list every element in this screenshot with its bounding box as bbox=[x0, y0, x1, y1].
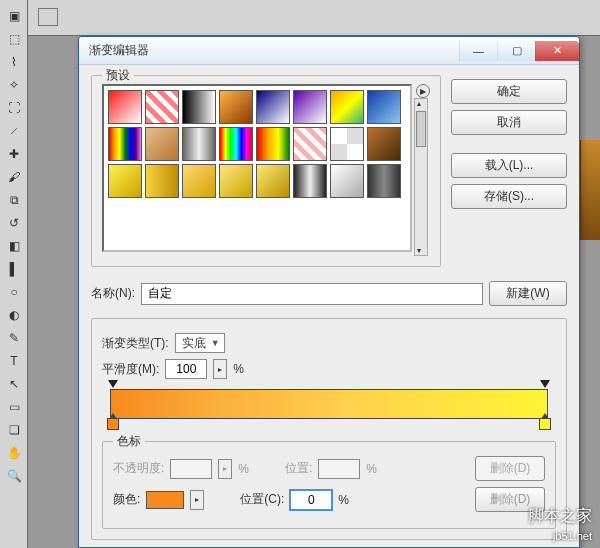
preset-swatch[interactable] bbox=[293, 90, 327, 124]
tool-lasso[interactable]: ⌇ bbox=[2, 51, 26, 73]
gradient-type-label: 渐变类型(T): bbox=[102, 335, 169, 352]
preset-swatch[interactable] bbox=[367, 127, 401, 161]
preset-scrollbar[interactable] bbox=[414, 98, 428, 256]
opacity-input bbox=[170, 459, 212, 479]
opacity-stop-left[interactable] bbox=[108, 380, 118, 390]
tool-history-brush[interactable]: ↺ bbox=[2, 212, 26, 234]
tool-marquee[interactable]: ⬚ bbox=[2, 28, 26, 50]
tool-heal[interactable]: ✚ bbox=[2, 143, 26, 165]
preset-swatch[interactable] bbox=[145, 127, 179, 161]
preset-panel bbox=[102, 84, 412, 252]
smoothness-input[interactable] bbox=[165, 359, 207, 379]
titlebar[interactable]: 渐变编辑器 — ▢ ✕ bbox=[79, 37, 579, 65]
tool-pen[interactable]: ✎ bbox=[2, 327, 26, 349]
new-button[interactable]: 新建(W) bbox=[489, 281, 567, 306]
preset-swatch[interactable] bbox=[182, 127, 216, 161]
opacity-label: 不透明度: bbox=[113, 460, 164, 477]
delete-opacity-stop-button: 删除(D) bbox=[475, 456, 545, 481]
tool-eyedropper[interactable]: ⟋ bbox=[2, 120, 26, 142]
tool-notes[interactable]: ❏ bbox=[2, 419, 26, 441]
color-position-unit: % bbox=[338, 493, 349, 507]
preset-swatch[interactable] bbox=[145, 90, 179, 124]
opacity-stop-right[interactable] bbox=[540, 380, 550, 390]
tool-dodge[interactable]: ◐ bbox=[2, 304, 26, 326]
smoothness-label: 平滑度(M): bbox=[102, 361, 159, 378]
opacity-unit: % bbox=[238, 462, 249, 476]
load-button[interactable]: 载入(L)... bbox=[451, 153, 567, 178]
preset-swatch[interactable] bbox=[219, 90, 253, 124]
smoothness-unit: % bbox=[233, 362, 244, 376]
preset-flyout-menu[interactable]: ▶ bbox=[416, 84, 430, 98]
tool-shape[interactable]: ▭ bbox=[2, 396, 26, 418]
tool-gradient[interactable]: ▌ bbox=[2, 258, 26, 280]
scrollbar-thumb[interactable] bbox=[416, 111, 426, 147]
window-minimize-button[interactable]: — bbox=[459, 41, 497, 61]
preset-swatch[interactable] bbox=[182, 90, 216, 124]
stops-group: 色标 不透明度: ▸ % 位置: % 删除(D) 颜色: ▸ bbox=[102, 441, 556, 529]
color-stop-left[interactable] bbox=[107, 418, 119, 430]
window-close-button[interactable]: ✕ bbox=[535, 41, 579, 61]
tool-stamp[interactable]: ⧉ bbox=[2, 189, 26, 211]
preset-swatch[interactable] bbox=[256, 127, 290, 161]
opacity-position-label: 位置: bbox=[285, 460, 312, 477]
preset-swatch[interactable] bbox=[330, 164, 364, 198]
watermark: 脚本之家 jb51.net bbox=[528, 506, 592, 544]
preset-swatch[interactable] bbox=[256, 90, 290, 124]
tool-crop[interactable]: ⛶ bbox=[2, 97, 26, 119]
stops-legend: 色标 bbox=[113, 433, 145, 450]
smoothness-spin[interactable]: ▸ bbox=[213, 359, 227, 379]
canvas-artwork bbox=[580, 140, 600, 240]
tool-wand[interactable]: ✧ bbox=[2, 74, 26, 96]
gradient-settings-group: 渐变类型(T): 实底 平滑度(M): ▸ % 色标 bbox=[91, 318, 567, 540]
preset-swatch[interactable] bbox=[219, 164, 253, 198]
cancel-button[interactable]: 取消 bbox=[451, 110, 567, 135]
preset-swatch[interactable] bbox=[182, 164, 216, 198]
preset-swatch[interactable] bbox=[108, 164, 142, 198]
save-button[interactable]: 存储(S)... bbox=[451, 184, 567, 209]
preset-swatch[interactable] bbox=[367, 164, 401, 198]
dialog-body: 预设 ▶ 确定 取消 载入(L)... 存储(S)... bbox=[79, 65, 579, 548]
preset-swatch[interactable] bbox=[367, 90, 401, 124]
tool-path[interactable]: ↖ bbox=[2, 373, 26, 395]
preset-swatch[interactable] bbox=[145, 164, 179, 198]
toolbox: ▣ ⬚ ⌇ ✧ ⛶ ⟋ ✚ 🖌 ⧉ ↺ ◧ ▌ ○ ◐ ✎ T ↖ ▭ ❏ ✋ … bbox=[0, 0, 28, 548]
opacity-position-input bbox=[318, 459, 360, 479]
gradient-editor-dialog: 渐变编辑器 — ▢ ✕ 预设 ▶ 确定 取消 bbox=[78, 36, 580, 548]
name-label: 名称(N): bbox=[91, 285, 135, 302]
color-label: 颜色: bbox=[113, 491, 140, 508]
presets-legend: 预设 bbox=[102, 67, 134, 84]
opacity-spin: ▸ bbox=[218, 459, 232, 479]
tool-move[interactable]: ▣ bbox=[2, 5, 26, 27]
preset-swatch[interactable] bbox=[293, 127, 327, 161]
color-stop-right[interactable] bbox=[539, 418, 551, 430]
gradient-bar[interactable] bbox=[110, 389, 548, 419]
tool-zoom[interactable]: 🔍 bbox=[2, 465, 26, 487]
preset-swatch[interactable] bbox=[108, 127, 142, 161]
color-chip-flyout[interactable]: ▸ bbox=[190, 490, 204, 510]
gradient-bar-area bbox=[110, 389, 548, 419]
option-gradient-preview[interactable] bbox=[38, 8, 58, 26]
preset-swatch[interactable] bbox=[330, 90, 364, 124]
color-position-input[interactable] bbox=[290, 490, 332, 510]
name-input[interactable] bbox=[141, 283, 483, 305]
preset-swatch[interactable] bbox=[330, 127, 364, 161]
preset-swatch[interactable] bbox=[219, 127, 253, 161]
tool-type[interactable]: T bbox=[2, 350, 26, 372]
gradient-type-select[interactable]: 实底 bbox=[175, 333, 225, 353]
preset-swatch[interactable] bbox=[256, 164, 290, 198]
preset-grid bbox=[108, 90, 401, 246]
tool-hand[interactable]: ✋ bbox=[2, 442, 26, 464]
preset-swatch[interactable] bbox=[293, 164, 327, 198]
window-maximize-button[interactable]: ▢ bbox=[497, 41, 535, 61]
presets-group: 预设 ▶ bbox=[91, 75, 441, 267]
color-chip[interactable] bbox=[146, 491, 184, 509]
dialog-title: 渐变编辑器 bbox=[89, 42, 459, 59]
preset-swatch[interactable] bbox=[108, 90, 142, 124]
tool-eraser[interactable]: ◧ bbox=[2, 235, 26, 257]
color-position-label: 位置(C): bbox=[240, 491, 284, 508]
tool-blur[interactable]: ○ bbox=[2, 281, 26, 303]
options-bar bbox=[28, 0, 600, 36]
opacity-position-unit: % bbox=[366, 462, 377, 476]
ok-button[interactable]: 确定 bbox=[451, 79, 567, 104]
tool-brush[interactable]: 🖌 bbox=[2, 166, 26, 188]
